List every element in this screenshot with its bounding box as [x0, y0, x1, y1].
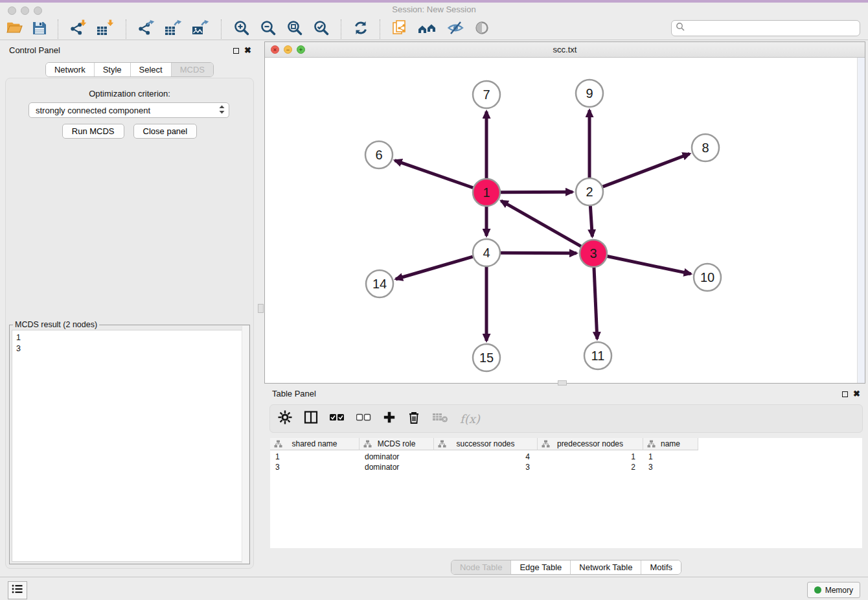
- optimization-criterion-label: Optimization criterion:: [0, 89, 259, 98]
- export-table-button[interactable]: [165, 20, 183, 38]
- import-network-button[interactable]: [70, 20, 87, 38]
- select-all-button[interactable]: [330, 410, 345, 428]
- zoom-in-icon: [233, 19, 250, 39]
- horizontal-splitter-handle[interactable]: [558, 380, 567, 386]
- tab-network[interactable]: Network: [46, 63, 94, 76]
- svg-text:9: 9: [586, 86, 593, 100]
- column-tree-icon: [363, 440, 372, 450]
- delete-row-button[interactable]: [407, 410, 421, 428]
- control-panel-float-icon[interactable]: [233, 48, 239, 54]
- column-header-successor-nodes[interactable]: successor nodes: [434, 438, 538, 450]
- table-row[interactable]: 1dominator411: [270, 452, 862, 462]
- result-scrollbar[interactable]: [242, 326, 249, 563]
- column-tree-icon: [438, 440, 446, 450]
- save-session-icon: [32, 21, 47, 38]
- graph-edge-1-2[interactable]: [501, 192, 573, 192]
- table-toolbar: f(x): [269, 404, 863, 433]
- column-header-predecessor-nodes[interactable]: predecessor nodes: [538, 438, 643, 450]
- column-header-name[interactable]: name: [643, 438, 698, 450]
- export-network-button[interactable]: [138, 20, 155, 38]
- zoom-fit-button[interactable]: [286, 20, 303, 38]
- table-tab-network-table[interactable]: Network Table: [570, 560, 641, 574]
- control-panel-close-icon[interactable]: ✖: [244, 47, 251, 54]
- zoom-out-button[interactable]: [260, 20, 277, 38]
- table-row[interactable]: 3dominator323: [270, 462, 862, 472]
- column-tree-icon: [647, 440, 656, 450]
- search-input[interactable]: [688, 23, 856, 34]
- table-cell: dominator: [360, 462, 434, 472]
- graph-node-11[interactable]: 11: [584, 342, 611, 369]
- import-table-button[interactable]: [97, 20, 115, 38]
- graph-edge-3-10[interactable]: [608, 257, 691, 274]
- zoom-selected-icon: [313, 19, 330, 39]
- close-panel-button[interactable]: Close panel: [133, 124, 198, 139]
- node-table: shared nameMCDS rolesuccessor nodesprede…: [270, 438, 862, 548]
- mcds-result-title: MCDS result (2 nodes): [13, 320, 99, 329]
- graph-node-8[interactable]: 8: [692, 134, 719, 161]
- memory-button[interactable]: Memory: [807, 582, 860, 598]
- svg-text:6: 6: [375, 148, 382, 162]
- deselect-all-button[interactable]: [356, 410, 372, 428]
- zoom-in-button[interactable]: [233, 20, 250, 38]
- graph-node-10[interactable]: 10: [694, 264, 721, 291]
- add-row-button[interactable]: [383, 410, 396, 428]
- network-graph: 7968124314101511: [265, 58, 865, 383]
- graph-node-14[interactable]: 14: [366, 270, 393, 297]
- graph-node-15[interactable]: 15: [473, 344, 500, 371]
- mcds-result-item[interactable]: 1: [16, 332, 243, 343]
- graph-node-2[interactable]: 2: [576, 178, 603, 205]
- graph-edge-4-3[interactable]: [501, 253, 577, 253]
- task-history-button[interactable]: [8, 581, 27, 599]
- graph-edge-3-11[interactable]: [594, 268, 597, 339]
- refresh-button[interactable]: [353, 20, 369, 38]
- network-from-selection-icon: [392, 19, 408, 39]
- settings-gear-button[interactable]: [278, 410, 292, 428]
- save-session-button[interactable]: [32, 20, 47, 38]
- network-view-title: scc.txt: [265, 45, 865, 54]
- tab-select[interactable]: Select: [130, 63, 171, 76]
- vertical-splitter-handle[interactable]: [258, 304, 264, 313]
- dropdown-stepper-icon: [219, 105, 225, 116]
- network-canvas[interactable]: 7968124314101511: [265, 58, 865, 383]
- graph-edge-2-3[interactable]: [590, 206, 592, 237]
- zoom-selected-button[interactable]: [313, 20, 330, 38]
- graph-node-4[interactable]: 4: [473, 239, 500, 266]
- export-image-button[interactable]: [192, 20, 210, 38]
- graph-edge-2-8[interactable]: [603, 154, 690, 187]
- hide-selected-icon: [447, 20, 464, 38]
- tab-style[interactable]: Style: [94, 63, 130, 76]
- criterion-dropdown[interactable]: strongly connected component: [29, 102, 229, 118]
- graph-node-6[interactable]: 6: [365, 141, 393, 168]
- table-tab-motifs[interactable]: Motifs: [641, 560, 681, 574]
- table-panel-close-icon[interactable]: ✖: [853, 390, 860, 398]
- memory-label: Memory: [825, 586, 853, 595]
- graph-node-3[interactable]: 3: [580, 240, 607, 267]
- mcds-result-item[interactable]: 3: [16, 343, 243, 354]
- column-header-shared-name[interactable]: shared name: [270, 438, 360, 450]
- tab-mcds[interactable]: MCDS: [171, 63, 213, 76]
- column-label: MCDS role: [378, 439, 416, 448]
- graph-node-7[interactable]: 7: [473, 81, 500, 108]
- first-neighbors-button[interactable]: [418, 20, 437, 38]
- graph-edge-3-1[interactable]: [501, 201, 581, 246]
- toggle-columns-button[interactable]: [303, 410, 319, 428]
- graph-edge-1-6[interactable]: [395, 161, 474, 188]
- table-tab-edge-table[interactable]: Edge Table: [510, 560, 570, 574]
- graph-node-1[interactable]: 1: [473, 179, 500, 206]
- search-box[interactable]: [671, 20, 860, 36]
- table-tab-node-table[interactable]: Node Table: [451, 560, 511, 574]
- open-session-button[interactable]: [6, 20, 23, 38]
- mcds-result-list[interactable]: 13: [12, 330, 247, 562]
- column-header-MCDS-role[interactable]: MCDS role: [360, 438, 434, 450]
- column-tree-icon: [274, 440, 282, 450]
- table-panel-float-icon[interactable]: [842, 391, 848, 397]
- network-vertical-scrollbar[interactable]: [857, 58, 865, 383]
- network-view-titlebar: × − + scc.txt: [265, 42, 865, 58]
- svg-text:8: 8: [702, 141, 709, 155]
- run-mcds-button[interactable]: Run MCDS: [62, 124, 124, 139]
- graph-edge-4-14[interactable]: [396, 257, 473, 279]
- graph-node-9[interactable]: 9: [576, 80, 603, 107]
- show-all-button[interactable]: [474, 20, 490, 38]
- network-from-selection-button[interactable]: [392, 20, 408, 38]
- hide-selected-button[interactable]: [447, 20, 464, 38]
